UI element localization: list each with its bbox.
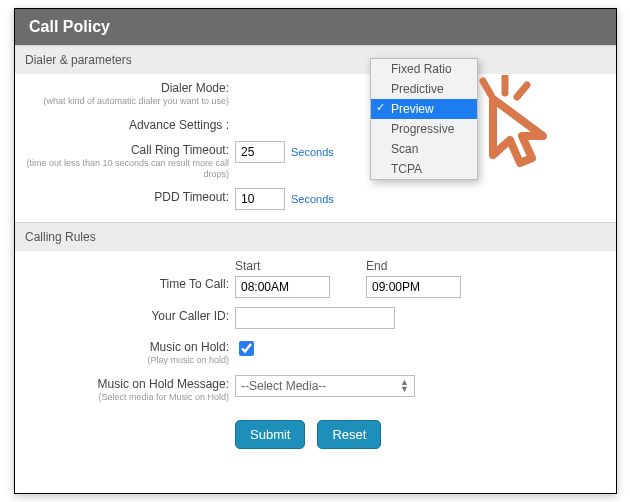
row-ring-timeout: Call Ring Timeout: (time out less than 1… [15,136,616,182]
dialer-mode-option[interactable]: TCPA [371,159,477,179]
label-music-on-hold-text: Music on Hold: [150,340,229,354]
row-music-on-hold: Music on Hold: (Play music on hold) [15,333,616,368]
row-dialer-mode: Dialer Mode: (what kind of automatic dia… [15,74,616,109]
time-end-caption: End [366,259,461,273]
label-moh-message-text: Music on Hold Message: [98,377,229,391]
dialer-mode-option[interactable]: Scan [371,139,477,159]
dialer-mode-option[interactable]: Preview [371,99,477,119]
label-music-on-hold: Music on Hold: (Play music on hold) [25,337,235,366]
dialer-mode-option[interactable]: Predictive [371,79,477,99]
label-moh-message: Music on Hold Message: (Select media for… [25,374,235,403]
row-moh-message: Music on Hold Message: (Select media for… [15,370,616,405]
music-on-hold-checkbox[interactable] [239,341,254,356]
reset-button[interactable]: Reset [317,420,381,449]
submit-button[interactable]: Submit [235,420,305,449]
hint-ring-timeout: (time out less than 10 seconds can resul… [25,158,229,180]
section-calling-rules: Calling Rules [15,222,616,251]
time-end-input[interactable] [366,276,461,298]
time-start-input[interactable] [235,276,330,298]
call-policy-panel: Call Policy Dialer & parameters Dialer M… [14,8,617,494]
row-buttons: Submit Reset [15,415,616,451]
pdd-timeout-input[interactable] [235,188,285,210]
pdd-timeout-unit: Seconds [291,193,334,205]
ring-timeout-input[interactable] [235,141,285,163]
label-dialer-mode-text: Dialer Mode: [161,81,229,95]
row-caller-id: Your Caller ID: [15,302,616,331]
label-advance-settings: Advance Settings : [25,115,235,132]
ring-timeout-unit: Seconds [291,146,334,158]
time-start-caption: Start [235,259,330,273]
time-end-column: End [366,259,461,298]
dialer-mode-dropdown[interactable]: Fixed RatioPredictivePreviewProgressiveS… [370,58,478,180]
dialer-mode-option[interactable]: Fixed Ratio [371,59,477,79]
hint-music-on-hold: (Play music on hold) [25,355,229,366]
moh-message-selected: --Select Media-- [241,379,326,393]
row-advance-settings: Advance Settings : [15,111,616,134]
time-start-column: Start [235,259,330,298]
label-ring-timeout-text: Call Ring Timeout: [131,143,229,157]
row-time-to-call: Time To Call: Start End [15,251,616,300]
row-pdd-timeout: PDD Timeout: Seconds [15,183,616,212]
select-stepper-icon: ▲▼ [400,379,409,393]
label-caller-id: Your Caller ID: [25,306,235,323]
page-title: Call Policy [15,9,616,45]
label-time-to-call: Time To Call: [25,255,235,291]
hint-moh-message: (Select media for Music on Hold) [25,392,229,403]
label-ring-timeout: Call Ring Timeout: (time out less than 1… [25,140,235,180]
dialer-mode-option[interactable]: Progressive [371,119,477,139]
caller-id-input[interactable] [235,307,395,329]
section-dialer-parameters: Dialer & parameters [15,45,616,74]
moh-message-select[interactable]: --Select Media-- ▲▼ [235,375,415,397]
label-dialer-mode: Dialer Mode: (what kind of automatic dia… [25,78,235,107]
hint-dialer-mode: (what kind of automatic dialer you want … [25,96,229,107]
label-pdd-timeout: PDD Timeout: [25,187,235,204]
